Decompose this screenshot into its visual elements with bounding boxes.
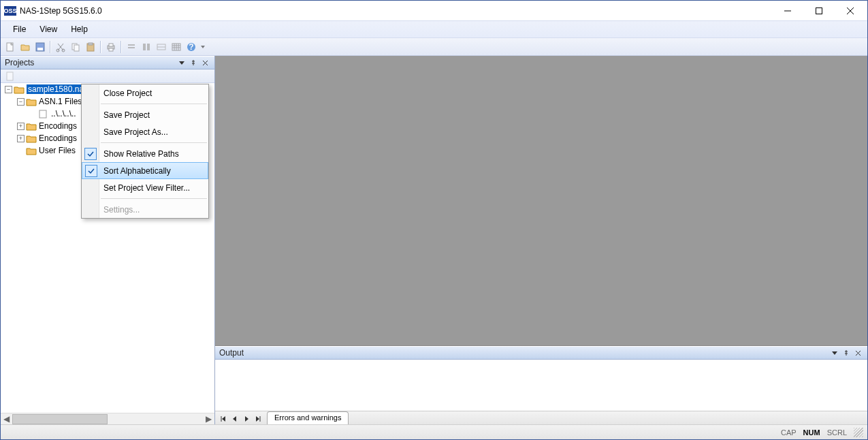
menu-sort-alphabetically[interactable]: Sort Alphabetically	[82, 162, 208, 179]
check-icon	[85, 165, 97, 177]
svg-rect-36	[39, 110, 46, 118]
pane-close-button[interactable]	[199, 57, 210, 68]
mdi-area: Output Errors and warnings	[215, 56, 867, 424]
svg-marker-37	[832, 351, 837, 355]
svg-rect-20	[147, 44, 150, 50]
tree-item-label: User Files	[39, 146, 76, 155]
menu-set-project-view-filter[interactable]: Set Project View Filter...	[82, 179, 208, 196]
output-body[interactable]	[215, 360, 867, 411]
output-pane: Output Errors and warnings	[215, 345, 867, 424]
pane-pin-button[interactable]	[188, 57, 199, 68]
check-icon	[84, 148, 97, 160]
horizontal-scrollbar[interactable]: ◀ ▶	[1, 413, 214, 424]
toolbar-separator	[50, 41, 51, 53]
folder-icon	[26, 146, 37, 155]
toolbar-overflow[interactable]	[199, 40, 206, 54]
folder-open-icon	[26, 97, 37, 106]
menu-close-project[interactable]: Close Project	[82, 84, 208, 101]
toolbar-separator	[100, 41, 101, 53]
collapse-icon[interactable]: −	[17, 98, 25, 106]
svg-marker-44	[256, 416, 259, 422]
new-button[interactable]	[3, 40, 17, 54]
tab-last-button[interactable]	[253, 413, 263, 424]
menu-separator	[101, 198, 207, 199]
print-button[interactable]	[104, 40, 118, 54]
resize-grip-icon[interactable]	[854, 428, 863, 437]
svg-marker-41	[222, 416, 225, 422]
save-button[interactable]	[33, 40, 47, 54]
expand-icon[interactable]: +	[17, 123, 25, 130]
spacer	[29, 110, 37, 118]
tree-item-label: ..\..\..\..	[51, 109, 76, 119]
pane-dropdown-button[interactable]	[176, 57, 187, 68]
projects-title: Projects	[5, 58, 176, 67]
menu-save-project-as[interactable]: Save Project As...	[82, 123, 208, 140]
help-button[interactable]: ?	[184, 40, 198, 54]
svg-marker-32	[179, 61, 184, 65]
app-logo: OSS	[4, 6, 16, 16]
pane-close-button[interactable]	[852, 347, 863, 358]
menu-file[interactable]: File	[6, 22, 33, 37]
output-header: Output	[215, 346, 867, 360]
file-icon	[38, 110, 49, 119]
menu-help[interactable]: Help	[64, 22, 95, 37]
cut-button[interactable]	[54, 40, 67, 54]
svg-rect-11	[74, 45, 79, 51]
output-tabs: Errors and warnings	[215, 411, 867, 424]
menu-separator	[101, 142, 207, 143]
tool-button[interactable]	[140, 40, 153, 54]
project-context-menu: Close Project Save Project Save Project …	[81, 84, 209, 219]
pane-pin-button[interactable]	[841, 347, 852, 358]
svg-rect-17	[128, 44, 135, 46]
menubar: File View Help	[1, 20, 867, 38]
tab-errors-warnings[interactable]: Errors and warnings	[267, 411, 349, 424]
svg-marker-31	[201, 46, 205, 48]
status-scrl: SCRL	[827, 428, 847, 437]
close-button[interactable]	[835, 1, 866, 20]
expand-icon[interactable]: +	[17, 135, 25, 142]
toolbar: ?	[1, 38, 867, 56]
tool-button[interactable]	[155, 40, 168, 54]
svg-rect-7	[37, 48, 43, 50]
tree-item-label: ASN.1 Files	[39, 97, 82, 106]
open-button[interactable]	[18, 40, 32, 54]
maximize-button[interactable]	[803, 1, 835, 20]
projects-pane: Projects − sample1580.nasproj [P][A] − A…	[1, 56, 215, 424]
svg-rect-19	[143, 44, 146, 50]
tool-button[interactable]	[125, 40, 138, 54]
scroll-thumb[interactable]	[12, 414, 108, 424]
svg-rect-35	[7, 72, 13, 80]
svg-marker-42	[233, 416, 236, 422]
tab-first-button[interactable]	[218, 413, 229, 424]
document-icon[interactable]	[3, 69, 17, 83]
menu-separator	[101, 104, 207, 104]
project-tree[interactable]: − sample1580.nasproj [P][A] − ASN.1 File…	[1, 83, 214, 413]
scroll-track[interactable]	[12, 414, 203, 424]
toolbar-separator	[120, 41, 122, 53]
tab-prev-button[interactable]	[229, 413, 240, 424]
menu-save-project[interactable]: Save Project	[82, 106, 208, 123]
projects-header: Projects	[1, 56, 214, 69]
tree-item-label: Encodings	[39, 121, 77, 131]
window-title: NAS-1Step 5GS15.6.0	[20, 6, 772, 16]
titlebar: OSS NAS-1Step 5GS15.6.0	[1, 1, 867, 20]
copy-button[interactable]	[69, 40, 82, 54]
statusbar: CAP NUM SCRL	[1, 424, 867, 439]
pane-dropdown-button[interactable]	[829, 347, 840, 358]
svg-rect-16	[109, 48, 113, 51]
tool-button[interactable]	[170, 40, 183, 54]
folder-icon	[26, 122, 37, 131]
svg-rect-1	[816, 7, 822, 14]
output-title: Output	[219, 348, 829, 358]
menu-show-relative-paths[interactable]: Show Relative Paths	[82, 145, 208, 162]
menu-settings: Settings...	[82, 201, 208, 218]
scroll-left-icon[interactable]: ◀	[1, 413, 12, 425]
paste-button[interactable]	[84, 40, 97, 54]
projects-toolbar	[1, 69, 214, 83]
menu-view[interactable]: View	[33, 22, 64, 37]
minimize-button[interactable]	[772, 1, 803, 20]
mdi-client	[215, 56, 867, 345]
scroll-right-icon[interactable]: ▶	[203, 413, 214, 425]
tab-next-button[interactable]	[241, 413, 252, 424]
collapse-icon[interactable]: −	[5, 86, 12, 93]
